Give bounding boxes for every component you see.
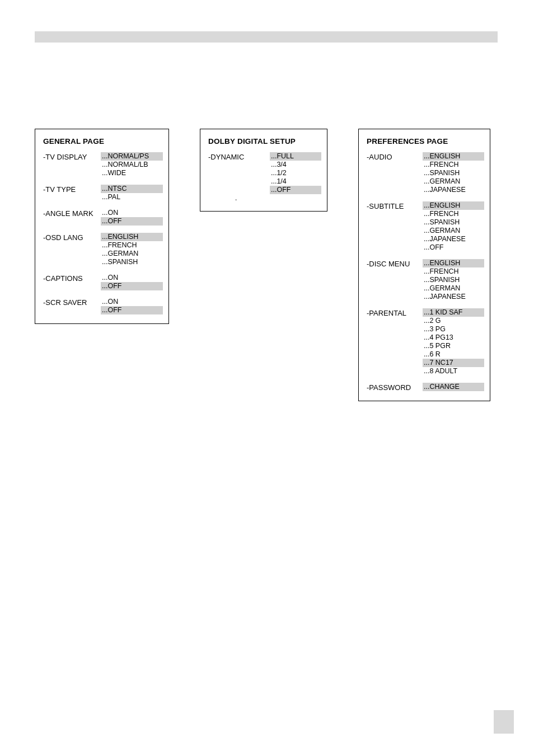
setting-option[interactable]: ...4 PG13 <box>423 334 484 342</box>
setting-label: -DISC MENU <box>367 259 423 268</box>
setting-option[interactable]: ...NTSC <box>101 185 163 193</box>
setting-option[interactable]: ...1/2 <box>270 169 321 177</box>
setting-options: ...NTSC...PAL <box>101 185 163 201</box>
setting-label: -CAPTIONS <box>43 274 101 283</box>
setting-label: -PASSWORD <box>367 383 423 392</box>
setting-option[interactable]: ...5 PGR <box>423 342 484 350</box>
setting-option[interactable]: ...GERMAN <box>423 284 484 293</box>
setting-option[interactable]: ...FULL <box>270 152 321 161</box>
setting-option[interactable]: ...ENGLISH <box>423 259 484 267</box>
setting-option[interactable]: ...GERMAN <box>423 227 484 235</box>
columns-wrapper: GENERAL PAGE -TV DISPLAY...NORMAL/PS...N… <box>35 129 490 401</box>
panel2-groups: -DYNAMIC...FULL...3/4...1/2...1/4...OFF <box>208 152 321 194</box>
setting-label: -SUBTITLE <box>367 201 423 210</box>
panel-title-dolby: DOLBY DIGITAL SETUP <box>208 137 321 145</box>
setting-option[interactable]: ...FRENCH <box>423 161 484 169</box>
setting-options: ...1 KID SAF...2 G...3 PG...4 PG13...5 P… <box>423 308 484 375</box>
setting-options: ...ENGLISH...FRENCH...SPANISH...GERMAN..… <box>423 259 484 301</box>
setting-option[interactable]: ...ENGLISH <box>423 201 484 210</box>
setting-option[interactable]: ...8 ADULT <box>423 367 484 375</box>
setting-options: ...ENGLISH...FRENCH...GERMAN...SPANISH <box>101 233 163 266</box>
panel2-dot: . <box>208 194 321 202</box>
setting-option[interactable]: ...ON <box>101 298 163 306</box>
general-page-panel: GENERAL PAGE -TV DISPLAY...NORMAL/PS...N… <box>35 129 169 324</box>
setting-option[interactable]: ...JAPANESE <box>423 186 484 194</box>
setting-option[interactable]: ...NORMAL/PS <box>101 152 163 161</box>
setting-label: -AUDIO <box>367 152 423 161</box>
setting-options: ...FULL...3/4...1/2...1/4...OFF <box>270 152 321 194</box>
setting-option[interactable]: ...WIDE <box>101 169 163 177</box>
setting-options: ...ENGLISH...FRENCH...SPANISH...GERMAN..… <box>423 152 484 194</box>
setting-option[interactable]: ...SPANISH <box>101 258 163 266</box>
setting-option[interactable]: ...JAPANESE <box>423 235 484 243</box>
setting-option[interactable]: ...7 NC17 <box>423 359 484 367</box>
preferences-page-panel: PREFERENCES PAGE -AUDIO...ENGLISH...FREN… <box>358 129 490 401</box>
setting-group: -SUBTITLE...ENGLISH...FRENCH...SPANISH..… <box>367 201 484 252</box>
setting-group: -PARENTAL...1 KID SAF...2 G...3 PG...4 P… <box>367 308 484 375</box>
panel-title-preferences: PREFERENCES PAGE <box>367 137 484 145</box>
setting-label: -PARENTAL <box>367 308 423 317</box>
setting-option[interactable]: ...JAPANESE <box>423 293 484 301</box>
setting-option[interactable]: ...3 PG <box>423 325 484 334</box>
setting-option[interactable]: ...OFF <box>101 306 163 314</box>
setting-options: ...ON...OFF <box>101 274 163 290</box>
setting-group: -SCR SAVER...ON...OFF <box>43 298 163 314</box>
setting-option[interactable]: ...1 KID SAF <box>423 308 484 317</box>
setting-options: ...NORMAL/PS...NORMAL/LB...WIDE <box>101 152 163 177</box>
header-bar <box>35 31 498 43</box>
setting-option[interactable]: ...NORMAL/LB <box>101 161 163 169</box>
setting-option[interactable]: ...ENGLISH <box>101 233 163 241</box>
setting-option[interactable]: ...3/4 <box>270 161 321 169</box>
setting-group: -DISC MENU...ENGLISH...FRENCH...SPANISH.… <box>367 259 484 301</box>
setting-group: -TV DISPLAY...NORMAL/PS...NORMAL/LB...WI… <box>43 152 163 177</box>
setting-option[interactable]: ...ON <box>101 274 163 282</box>
setting-option[interactable]: ...CHANGE <box>423 383 484 391</box>
setting-option[interactable]: ...SPANISH <box>423 218 484 227</box>
page-number-box <box>494 710 514 734</box>
setting-label: -OSD LANG <box>43 233 101 242</box>
setting-option[interactable]: ...FRENCH <box>423 267 484 276</box>
panel3-groups: -AUDIO...ENGLISH...FRENCH...SPANISH...GE… <box>367 152 484 392</box>
panel1-groups: -TV DISPLAY...NORMAL/PS...NORMAL/LB...WI… <box>43 152 163 314</box>
setting-option[interactable]: ...GERMAN <box>101 250 163 258</box>
setting-option[interactable]: ...FRENCH <box>423 210 484 218</box>
setting-option[interactable]: ...OFF <box>423 243 484 252</box>
setting-label: -ANGLE MARK <box>43 209 101 218</box>
setting-option[interactable]: ...PAL <box>101 193 163 201</box>
setting-group: -AUDIO...ENGLISH...FRENCH...SPANISH...GE… <box>367 152 484 194</box>
setting-option[interactable]: ...OFF <box>101 282 163 290</box>
setting-label: -TV TYPE <box>43 185 101 194</box>
setting-group: -PASSWORD...CHANGE <box>367 383 484 392</box>
setting-options: ...ENGLISH...FRENCH...SPANISH...GERMAN..… <box>423 201 484 252</box>
setting-option[interactable]: ...SPANISH <box>423 169 484 177</box>
setting-group: -ANGLE MARK...ON...OFF <box>43 209 163 226</box>
setting-option[interactable]: ...2 G <box>423 317 484 325</box>
setting-label: -TV DISPLAY <box>43 152 101 161</box>
setting-option[interactable]: ...1/4 <box>270 177 321 186</box>
setting-option[interactable]: ...ENGLISH <box>423 152 484 161</box>
setting-option[interactable]: ...OFF <box>101 217 163 226</box>
setting-option[interactable]: ...SPANISH <box>423 276 484 284</box>
setting-options: ...CHANGE <box>423 383 484 391</box>
setting-group: -CAPTIONS...ON...OFF <box>43 274 163 290</box>
setting-options: ...ON...OFF <box>101 298 163 314</box>
setting-options: ...ON...OFF <box>101 209 163 226</box>
setting-option[interactable]: ...ON <box>101 209 163 217</box>
panel-title-general: GENERAL PAGE <box>43 137 163 145</box>
setting-option[interactable]: ...GERMAN <box>423 177 484 186</box>
setting-group: -DYNAMIC...FULL...3/4...1/2...1/4...OFF <box>208 152 321 194</box>
setting-option[interactable]: ...OFF <box>270 186 321 194</box>
setting-label: -DYNAMIC <box>208 152 270 161</box>
dolby-digital-setup-panel: DOLBY DIGITAL SETUP -DYNAMIC...FULL...3/… <box>200 129 327 212</box>
setting-label: -SCR SAVER <box>43 298 101 307</box>
setting-group: -OSD LANG...ENGLISH...FRENCH...GERMAN...… <box>43 233 163 266</box>
setting-option[interactable]: ...FRENCH <box>101 241 163 250</box>
setting-option[interactable]: ...6 R <box>423 350 484 359</box>
setting-group: -TV TYPE...NTSC...PAL <box>43 185 163 201</box>
